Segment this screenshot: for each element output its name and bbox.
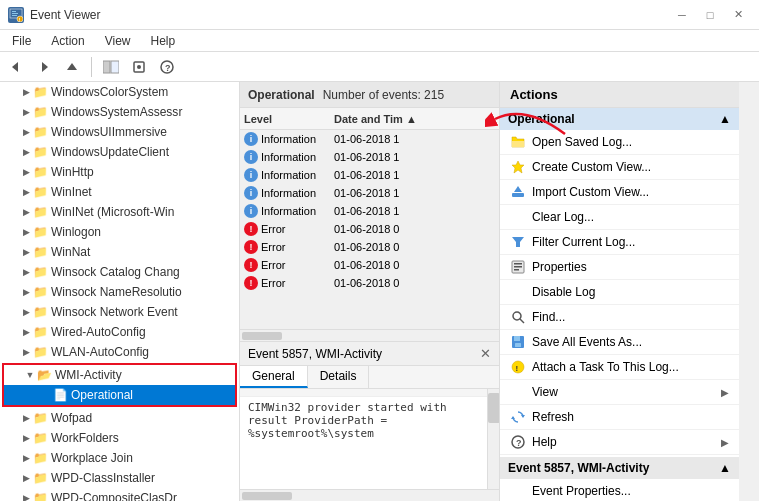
- event-date: 01-06-2018 1: [330, 187, 499, 199]
- tree-item-operational[interactable]: 📄 Operational: [4, 385, 235, 405]
- action-help[interactable]: ? Help ▶: [500, 430, 739, 455]
- action-refresh[interactable]: Refresh: [500, 405, 739, 430]
- h-scroll-thumb[interactable]: [242, 332, 282, 340]
- collapse-icon-2: ▲: [719, 461, 731, 475]
- tree-item-wlan[interactable]: ▶ 📁 WLAN-AutoConfig: [0, 342, 239, 362]
- tree-item-wininet-ms[interactable]: ▶ 📁 WinINet (Microsoft-Win: [0, 202, 239, 222]
- col-date-header[interactable]: Date and Tim ▲: [330, 113, 499, 125]
- menu-view[interactable]: View: [97, 32, 139, 50]
- title-bar-left: ! Event Viewer: [8, 7, 100, 23]
- toolbar-show-hide[interactable]: [99, 55, 123, 79]
- detail-scroll-thumb[interactable]: [488, 393, 499, 423]
- folder-icon: 📁: [32, 144, 48, 160]
- action-create-custom-view[interactable]: Create Custom View...: [500, 155, 739, 180]
- import-view-icon: [510, 184, 526, 200]
- event-level: i Information: [240, 204, 330, 218]
- toolbar-help[interactable]: ?: [155, 55, 179, 79]
- event-row[interactable]: ! Error 01-06-2018 0: [240, 238, 499, 256]
- tree-item-workplacejoin[interactable]: ▶ 📁 Workplace Join: [0, 448, 239, 468]
- maximize-button[interactable]: □: [697, 5, 723, 25]
- actions-event-header[interactable]: Event 5857, WMI-Activity ▲: [500, 457, 739, 479]
- tree-item-winlogon[interactable]: ▶ 📁 Winlogon: [0, 222, 239, 242]
- event-row[interactable]: ! Error 01-06-2018 0: [240, 256, 499, 274]
- tab-general[interactable]: General: [240, 366, 308, 388]
- action-properties[interactable]: Properties: [500, 255, 739, 280]
- toolbar-back[interactable]: [4, 55, 28, 79]
- event-row[interactable]: ! Error 01-06-2018 0: [240, 220, 499, 238]
- svg-text:?: ?: [516, 438, 522, 448]
- tree-item-wmi-activity[interactable]: ▼ 📂 WMI-Activity: [4, 365, 235, 385]
- toolbar-properties[interactable]: [127, 55, 151, 79]
- menu-file[interactable]: File: [4, 32, 39, 50]
- tree-label: WinInet: [51, 185, 92, 199]
- tree-item-wired-autoconfig[interactable]: ▶ 📁 Wired-AutoConfig: [0, 322, 239, 342]
- action-clear-log[interactable]: Clear Log...: [500, 205, 739, 230]
- detail-vertical-scrollbar[interactable]: [487, 389, 499, 489]
- tree-item-winnat[interactable]: ▶ 📁 WinNat: [0, 242, 239, 262]
- tree-item-winsockname[interactable]: ▶ 📁 Winsock NameResolutio: [0, 282, 239, 302]
- tree-item-windowscolorsystem[interactable]: ▶ 📁 WindowsColorSystem: [0, 82, 239, 102]
- tree-item-windowsuiimmersive[interactable]: ▶ 📁 WindowsUIImmersive: [0, 122, 239, 142]
- event-row[interactable]: i Information 01-06-2018 1: [240, 202, 499, 220]
- action-save-all-events[interactable]: Save All Events As...: [500, 330, 739, 355]
- tree-arrow: ▶: [20, 286, 32, 298]
- tree-item-wininet[interactable]: ▶ 📁 WinInet: [0, 182, 239, 202]
- action-disable-log[interactable]: Disable Log: [500, 280, 739, 305]
- title-bar: ! Event Viewer ─ □ ✕: [0, 0, 759, 30]
- event-row[interactable]: i Information 01-06-2018 1: [240, 130, 499, 148]
- folder-icon: 📁: [32, 104, 48, 120]
- folder-icon: 📁: [32, 470, 48, 486]
- menu-action[interactable]: Action: [43, 32, 92, 50]
- folder-icon: 📂: [36, 367, 52, 383]
- main-layout: ▶ 📁 WindowsColorSystem ▶ 📁 WindowsSystem…: [0, 82, 759, 501]
- tree-arrow: ▶: [20, 472, 32, 484]
- svg-rect-17: [512, 193, 524, 197]
- tree-item-wpd-composite[interactable]: ▶ 📁 WPD-CompositeClasDr: [0, 488, 239, 501]
- tree-item-wofpad[interactable]: ▶ 📁 Wofpad: [0, 408, 239, 428]
- col-level-header[interactable]: Level: [240, 113, 330, 125]
- tree-item-winsocknetwork[interactable]: ▶ 📁 Winsock Network Event: [0, 302, 239, 322]
- event-level-text: Error: [261, 259, 285, 271]
- tree-item-winsockcatalog[interactable]: ▶ 📁 Winsock Catalog Chang: [0, 262, 239, 282]
- action-clear-log-label: Clear Log...: [532, 210, 594, 224]
- tree-item-wpd-classinstaller[interactable]: ▶ 📁 WPD-ClassInstaller: [0, 468, 239, 488]
- action-view[interactable]: View ▶: [500, 380, 739, 405]
- action-open-saved-log[interactable]: Open Saved Log...: [500, 130, 739, 155]
- svg-rect-3: [12, 15, 17, 16]
- action-filter-current-log[interactable]: Filter Current Log...: [500, 230, 739, 255]
- tree-label: WLAN-AutoConfig: [51, 345, 149, 359]
- tree-item-workfolders[interactable]: ▶ 📁 WorkFolders: [0, 428, 239, 448]
- toolbar-up[interactable]: [60, 55, 84, 79]
- action-import-custom-view[interactable]: Import Custom View...: [500, 180, 739, 205]
- tree-label: Winsock Catalog Chang: [51, 265, 180, 279]
- tree-item-windowssystemassess[interactable]: ▶ 📁 WindowsSystemAssessr: [0, 102, 239, 122]
- tree-arrow: ▶: [20, 412, 32, 424]
- menu-help[interactable]: Help: [143, 32, 184, 50]
- actions-operational-header[interactable]: Operational ▲: [500, 108, 739, 130]
- action-attach-task[interactable]: ! Attach a Task To This Log...: [500, 355, 739, 380]
- h-scrollbar[interactable]: [240, 329, 499, 341]
- toolbar-forward[interactable]: [32, 55, 56, 79]
- detail-h-scroll-thumb[interactable]: [242, 492, 292, 500]
- minimize-button[interactable]: ─: [669, 5, 695, 25]
- middle-container: Operational Number of events: 215 Level …: [240, 82, 500, 501]
- disable-log-icon: [510, 284, 526, 300]
- svg-rect-9: [103, 61, 110, 73]
- tree-item-windowsupdateclient[interactable]: ▶ 📁 WindowsUpdateClient: [0, 142, 239, 162]
- event-row[interactable]: ! Error 01-06-2018 0: [240, 274, 499, 292]
- event-row[interactable]: i Information 01-06-2018 1: [240, 148, 499, 166]
- event-row[interactable]: i Information 01-06-2018 1: [240, 166, 499, 184]
- action-find[interactable]: Find...: [500, 305, 739, 330]
- tree-item-winhttp[interactable]: ▶ 📁 WinHttp: [0, 162, 239, 182]
- action-properties-label: Properties: [532, 260, 587, 274]
- event-detail-close-button[interactable]: ✕: [480, 346, 491, 361]
- detail-content-text: CIMWin32 provider started with result Pr…: [240, 397, 487, 444]
- tree-label: Wofpad: [51, 411, 92, 425]
- detail-h-scrollbar[interactable]: [240, 489, 499, 501]
- folder-icon: 📁: [32, 84, 48, 100]
- action-event-properties[interactable]: Event Properties...: [500, 479, 739, 501]
- close-button[interactable]: ✕: [725, 5, 751, 25]
- events-table-header: Level Date and Tim ▲: [240, 108, 499, 130]
- event-row[interactable]: i Information 01-06-2018 1: [240, 184, 499, 202]
- tab-details[interactable]: Details: [308, 366, 370, 388]
